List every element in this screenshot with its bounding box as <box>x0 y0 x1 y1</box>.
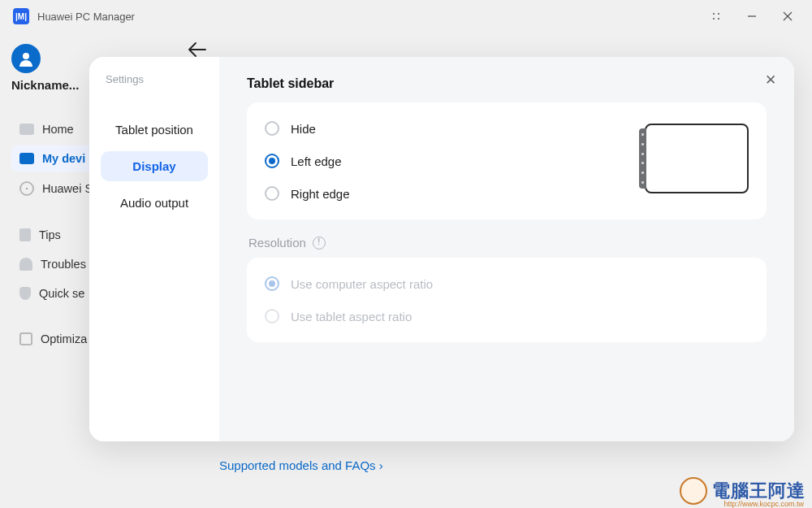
tablet-preview <box>645 124 749 193</box>
modal-close-button[interactable]: ✕ <box>765 72 776 89</box>
nav-label: Tips <box>39 228 61 241</box>
modal-title: Settings <box>101 73 208 85</box>
close-button[interactable] <box>770 3 806 29</box>
window-controls <box>698 3 806 29</box>
avatar[interactable] <box>11 44 41 73</box>
radio-label: Hide <box>291 122 316 136</box>
section-resolution-title: Resolution <box>248 236 767 250</box>
title-bar: |M| Huawei PC Manager <box>0 0 812 33</box>
radio-label: Use computer aspect ratio <box>291 277 433 291</box>
app-title: Huawei PC Manager <box>37 11 698 23</box>
svg-point-3 <box>23 53 29 59</box>
signal-icon <box>19 181 34 196</box>
optimize-icon <box>19 332 32 345</box>
radio-icon <box>265 154 279 168</box>
nav-label: Quick se <box>39 287 84 300</box>
settings-modal: Settings Tablet position Display Audio o… <box>89 57 794 441</box>
shield-icon <box>19 287 31 300</box>
nav-label: Optimiza <box>41 332 87 345</box>
info-icon[interactable] <box>313 237 326 250</box>
resolution-card: Use computer aspect ratio Use tablet asp… <box>247 258 767 342</box>
faq-link[interactable]: Supported models and FAQs › <box>219 458 383 472</box>
nav-label: My devi <box>42 152 85 165</box>
radio-tablet-aspect[interactable]: Use tablet aspect ratio <box>265 300 749 332</box>
devices-icon <box>19 153 34 164</box>
modal-content: ✕ Tablet sidebar Hide Left edge Right ed… <box>219 57 794 441</box>
compact-mode-button[interactable] <box>698 3 734 29</box>
radio-icon <box>265 309 279 323</box>
nav-label: Home <box>42 123 74 136</box>
radio-icon <box>265 186 279 201</box>
app-icon: |M| <box>13 8 29 24</box>
radio-icon <box>265 121 279 136</box>
watermark-face-icon <box>680 477 707 505</box>
tips-icon <box>19 228 31 241</box>
section-tablet-sidebar-title: Tablet sidebar <box>247 76 767 91</box>
tab-display[interactable]: Display <box>101 151 208 181</box>
radio-label: Right edge <box>291 187 350 201</box>
nav-label: Troubles <box>41 258 86 271</box>
radio-label: Use tablet aspect ratio <box>291 310 412 323</box>
minimize-button[interactable] <box>734 3 770 29</box>
modal-sidebar: Settings Tablet position Display Audio o… <box>89 57 219 441</box>
radio-icon <box>265 276 279 291</box>
monitor-icon <box>19 124 34 135</box>
tab-tablet-position[interactable]: Tablet position <box>101 115 208 145</box>
nav-label: Huawei S <box>42 182 93 195</box>
radio-computer-aspect[interactable]: Use computer aspect ratio <box>265 267 749 300</box>
chevron-right-icon: › <box>379 458 383 472</box>
radio-label: Left edge <box>291 154 342 168</box>
watermark-url: http://www.kocpc.com.tw <box>723 500 804 508</box>
tab-audio-output[interactable]: Audio output <box>101 188 208 218</box>
wrench-icon <box>19 258 32 271</box>
tablet-sidebar-card: Hide Left edge Right edge <box>247 102 767 219</box>
